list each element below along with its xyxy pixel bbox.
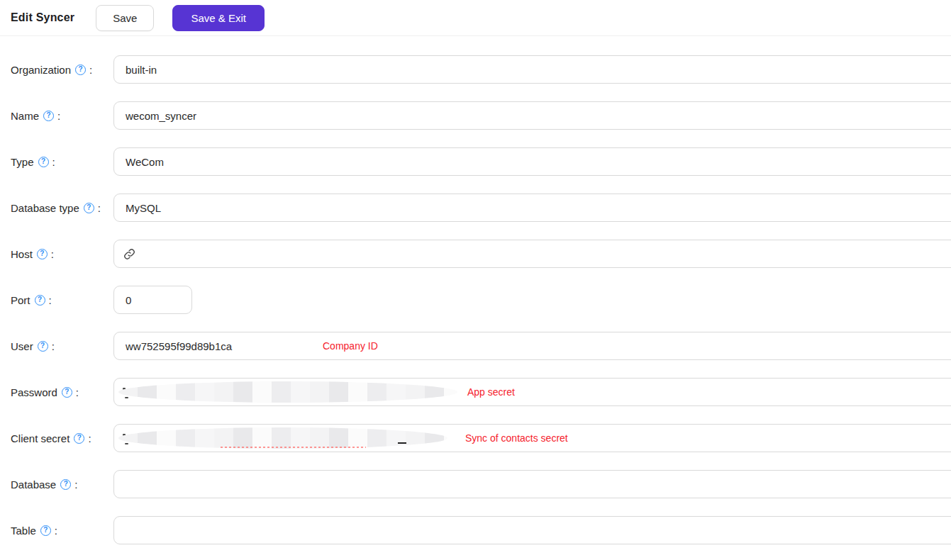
- save-and-exit-button[interactable]: Save & Exit: [172, 5, 265, 31]
- database-input[interactable]: [113, 470, 951, 498]
- form-row-password: Password ? : App secret: [0, 378, 951, 406]
- table-label: Table ? :: [0, 525, 113, 537]
- database-type-label-text: Database type: [11, 202, 79, 214]
- database-label-text: Database: [11, 478, 56, 491]
- form-row-database-type: Database type ? :: [0, 194, 951, 222]
- user-field-wrap: Company ID: [113, 332, 951, 360]
- help-icon[interactable]: ?: [38, 157, 49, 167]
- colon: :: [88, 432, 91, 444]
- help-icon[interactable]: ?: [43, 111, 54, 121]
- form-row-name: Name ? :: [0, 101, 951, 130]
- form-row-database: Database ? :: [0, 470, 951, 498]
- database-type-select[interactable]: [113, 194, 951, 222]
- colon: :: [57, 110, 60, 122]
- type-label-text: Type: [11, 156, 34, 168]
- redaction-remnant: [125, 397, 128, 398]
- port-input[interactable]: [113, 286, 192, 314]
- save-button[interactable]: Save: [96, 5, 154, 31]
- redaction-remnant: [125, 443, 128, 444]
- form-row-port: Port ? :: [0, 286, 951, 314]
- user-label-text: User: [11, 340, 33, 352]
- host-input[interactable]: [142, 240, 951, 267]
- database-type-label: Database type ? :: [0, 202, 113, 214]
- password-label-text: Password: [11, 386, 57, 398]
- port-label-text: Port: [11, 294, 30, 306]
- user-label: User ? :: [0, 340, 113, 352]
- form-row-host: Host ? :: [0, 240, 951, 268]
- name-input[interactable]: [113, 101, 951, 130]
- form-row-organization: Organization ? :: [0, 55, 951, 84]
- help-icon[interactable]: ?: [60, 479, 71, 490]
- password-input[interactable]: App secret: [113, 378, 951, 406]
- help-icon[interactable]: ?: [62, 387, 72, 398]
- form-row-user: User ? : Company ID: [0, 332, 951, 360]
- colon: :: [52, 156, 55, 168]
- help-icon[interactable]: ?: [75, 65, 86, 75]
- colon: :: [52, 340, 55, 352]
- colon: :: [89, 64, 92, 76]
- redaction-blur: [118, 427, 447, 449]
- port-label: Port ? :: [0, 294, 113, 306]
- organization-select[interactable]: [113, 55, 951, 84]
- syncer-edit-form: Organization ? : Name ? : Type ? : Datab…: [0, 36, 951, 544]
- password-label: Password ? :: [0, 386, 113, 398]
- spellcheck-underline: [221, 447, 366, 448]
- type-label: Type ? :: [0, 156, 113, 168]
- colon: :: [76, 386, 79, 398]
- help-icon[interactable]: ?: [74, 433, 84, 444]
- organization-label-text: Organization: [11, 64, 71, 76]
- annotation-app-secret: App secret: [467, 386, 515, 398]
- redaction-remnant: [398, 442, 406, 444]
- name-label-text: Name: [11, 110, 39, 122]
- database-label: Database ? :: [0, 478, 113, 491]
- link-icon: [123, 248, 135, 260]
- colon: :: [98, 202, 101, 214]
- host-label-text: Host: [11, 248, 33, 260]
- page-title: Edit Syncer: [11, 11, 74, 24]
- colon: :: [51, 248, 54, 260]
- help-icon[interactable]: ?: [37, 249, 48, 259]
- form-row-client-secret: Client secret ? : Sync of contacts secre…: [0, 424, 951, 452]
- client-secret-label: Client secret ? :: [0, 432, 113, 444]
- help-icon[interactable]: ?: [84, 203, 94, 213]
- form-row-table: Table ? :: [0, 516, 951, 544]
- help-icon[interactable]: ?: [38, 341, 48, 352]
- client-secret-label-text: Client secret: [11, 432, 69, 444]
- table-input[interactable]: [113, 516, 951, 544]
- client-secret-input[interactable]: Sync of contacts secret: [113, 424, 951, 452]
- user-input[interactable]: [113, 332, 951, 360]
- table-label-text: Table: [11, 525, 36, 537]
- organization-label: Organization ? :: [0, 64, 113, 76]
- annotation-sync-contacts-secret: Sync of contacts secret: [465, 432, 568, 444]
- help-icon[interactable]: ?: [40, 525, 51, 536]
- colon: :: [49, 294, 52, 306]
- redaction-blur: [118, 381, 457, 403]
- form-row-type: Type ? :: [0, 147, 951, 176]
- colon: :: [55, 525, 57, 537]
- colon: :: [74, 478, 77, 491]
- host-field[interactable]: [113, 240, 951, 268]
- host-label: Host ? :: [0, 248, 113, 260]
- page-header: Edit Syncer Save Save & Exit: [0, 0, 951, 36]
- name-label: Name ? :: [0, 110, 113, 122]
- help-icon[interactable]: ?: [35, 295, 45, 306]
- type-select[interactable]: [113, 147, 951, 176]
